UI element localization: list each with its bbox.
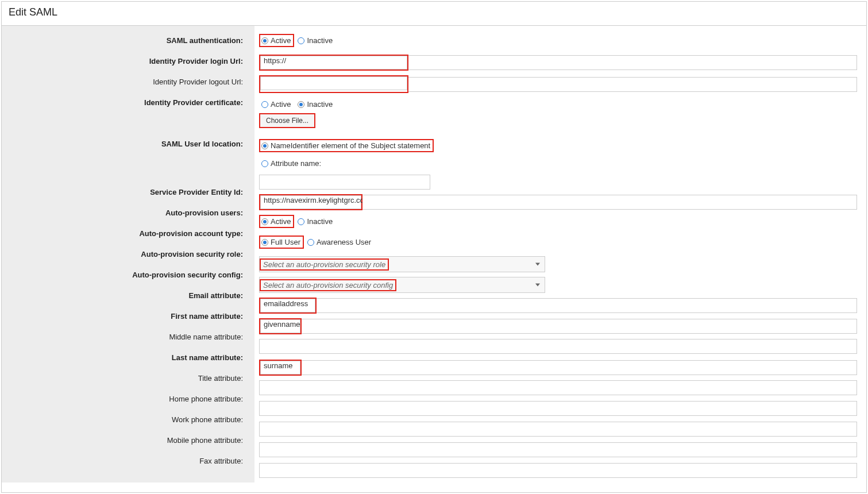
email-attr-input[interactable]: emailaddress	[260, 299, 315, 312]
label-first-name: First name attribute:	[2, 308, 250, 321]
chevron-down-icon	[535, 263, 540, 266]
label-sp-entity: Service Provider Entity Id:	[2, 184, 250, 196]
idp-logout-input[interactable]	[260, 76, 407, 90]
saml-auth-radio-group: Active Inactive	[259, 34, 857, 47]
field-column: Active Inactive https://	[254, 26, 866, 483]
label-fax: Fax attribute:	[2, 453, 250, 465]
title-attr-input[interactable]	[259, 380, 857, 395]
idp-login-input-rest[interactable]	[408, 55, 857, 70]
edit-saml-page: Edit SAML SAML authentication: Identity …	[1, 1, 867, 493]
radio-auto-prov-fulluser[interactable]: Full User	[259, 236, 304, 249]
radio-dot-icon	[261, 239, 268, 246]
radio-dot-icon	[261, 142, 268, 149]
radio-idp-cert-active[interactable]: Active	[259, 98, 294, 111]
radio-dot-icon	[307, 239, 314, 246]
radio-dot-icon	[261, 218, 268, 225]
radio-dot-icon	[261, 37, 268, 44]
radio-idp-cert-inactive[interactable]: Inactive	[295, 98, 336, 111]
label-idp-login: Identity Provider login Url:	[2, 53, 250, 65]
radio-saml-auth-inactive[interactable]: Inactive	[295, 34, 336, 47]
radio-auto-prov-inactive[interactable]: Inactive	[295, 215, 336, 228]
work-phone-attr-input[interactable]	[259, 422, 857, 437]
label-saml-auth: SAML authentication:	[2, 33, 250, 45]
label-auto-prov-type: Auto-provision account type:	[2, 226, 250, 238]
first-name-attr-input[interactable]: givenname	[260, 319, 300, 333]
attr-name-input[interactable]	[259, 175, 430, 190]
sp-entity-input[interactable]: https://navexirm.keylightgrc.com/	[260, 195, 361, 209]
radio-dot-icon	[298, 218, 304, 225]
label-auto-prov-config: Auto-provision security config:	[2, 267, 250, 279]
form-area: SAML authentication: Identity Provider l…	[2, 26, 866, 483]
radio-dot-icon	[298, 101, 304, 108]
label-auto-prov: Auto-provision users:	[2, 205, 250, 217]
dropdown-placeholder: Select an auto-provision security config	[260, 279, 396, 291]
radio-dot-icon	[261, 101, 268, 108]
auto-prov-radio-group: Active Inactive	[259, 215, 857, 228]
label-work-phone: Work phone attribute:	[2, 412, 250, 424]
middle-name-attr-input[interactable]	[259, 339, 857, 354]
auto-prov-type-radio-group: Full User Awareness User	[259, 236, 857, 249]
mobile-phone-attr-input[interactable]	[259, 442, 857, 457]
auto-prov-role-dropdown[interactable]: Select an auto-provision security role	[259, 256, 545, 272]
radio-dot-icon	[261, 160, 268, 167]
email-attr-input-rest[interactable]	[317, 298, 857, 313]
label-title-attr: Title attribute:	[2, 370, 250, 383]
page-title: Edit SAML	[2, 2, 866, 26]
label-column: SAML authentication: Identity Provider l…	[2, 26, 254, 483]
label-idp-logout: Identity Provider logout Url:	[2, 74, 250, 86]
fax-attr-input[interactable]	[259, 463, 857, 478]
radio-dot-icon	[298, 37, 304, 44]
idp-logout-input-rest[interactable]	[408, 77, 857, 92]
radio-userid-attrname[interactable]: Attribute name:	[259, 157, 325, 170]
label-email-attr: Email attribute:	[2, 288, 250, 300]
choose-file-button[interactable]: Choose File...	[259, 113, 315, 128]
home-phone-attr-input[interactable]	[259, 401, 857, 416]
label-mobile-phone: Mobile phone attribute:	[2, 433, 250, 445]
auto-prov-config-dropdown[interactable]: Select an auto-provision security config	[259, 277, 545, 293]
last-name-attr-input-rest[interactable]	[302, 360, 857, 375]
label-idp-cert: Identity Provider certificate:	[2, 95, 250, 107]
label-auto-prov-role: Auto-provision security role:	[2, 246, 250, 258]
first-name-attr-input-rest[interactable]	[302, 319, 857, 334]
label-home-phone: Home phone attribute:	[2, 391, 250, 403]
idp-login-input[interactable]: https://	[260, 56, 407, 70]
radio-saml-auth-active[interactable]: Active	[259, 34, 294, 47]
idp-cert-radio-group: Active Inactive	[259, 98, 857, 111]
sp-entity-input-rest[interactable]	[362, 195, 857, 210]
label-userid-loc: SAML User Id location:	[2, 136, 250, 148]
chevron-down-icon	[535, 284, 540, 287]
dropdown-placeholder: Select an auto-provision security role	[260, 258, 389, 271]
radio-auto-prov-active[interactable]: Active	[259, 215, 294, 228]
last-name-attr-input[interactable]: surname	[260, 361, 300, 375]
radio-userid-nameid[interactable]: NameIdentifier element of the Subject st…	[259, 139, 434, 152]
label-last-name: Last name attribute:	[2, 350, 250, 362]
label-middle-name: Middle name attribute:	[2, 329, 250, 341]
radio-auto-prov-awareness[interactable]: Awareness User	[305, 236, 375, 249]
